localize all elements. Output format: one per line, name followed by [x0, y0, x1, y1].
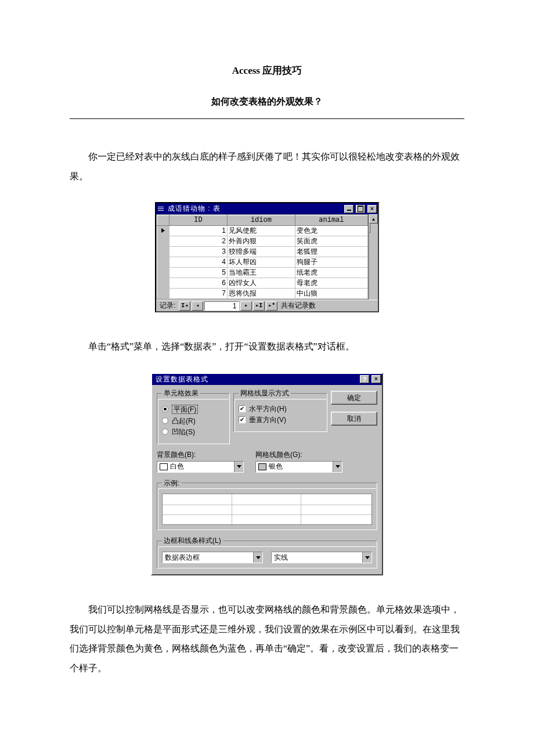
record-navigator: 记录: I◂ ◂ 1 ▸ ▸I ▸* 共有记录数	[156, 300, 378, 311]
grid-color-combo[interactable]: 银色	[255, 461, 342, 473]
vertical-scrollbar[interactable]: ▲	[369, 214, 378, 300]
dialog-titlebar[interactable]: 设置数据表格式 ? ×	[152, 374, 382, 385]
scroll-up-icon[interactable]: ▲	[369, 214, 378, 224]
divider	[70, 118, 464, 119]
radio-icon	[162, 429, 168, 435]
close-button[interactable]: ×	[367, 205, 377, 213]
datasheet-grid[interactable]: ID idiom animal 1 见风使舵 变色龙 2	[156, 214, 369, 300]
color-swatch-icon	[160, 463, 168, 470]
dropdown-icon[interactable]	[234, 462, 243, 472]
grid-color-label: 网格线颜色(G):	[255, 450, 342, 460]
nav-first-button[interactable]: I◂	[179, 301, 190, 311]
col-header-idiom[interactable]: idiom	[227, 215, 295, 226]
col-header-animal[interactable]: animal	[295, 215, 367, 226]
check-horizontal[interactable]: 水平方向(H)	[239, 405, 322, 413]
paragraph-2: 单击“格式”菜单，选择“数据表”，打开“设置数据表格式”对话框。	[70, 337, 464, 357]
paragraph-1: 你一定已经对表中的灰线白底的样子感到厌倦了吧！其实你可以很轻松地改变表格的外观效…	[70, 147, 464, 186]
table-row[interactable]: 3 狡猾多端 老狐狸	[157, 247, 368, 257]
border-legend: 边框和线条样式(L)	[162, 536, 223, 546]
border-part-combo[interactable]: 数据表边框	[162, 552, 263, 563]
dialog-title: 设置数据表格式	[153, 375, 358, 384]
checkbox-icon	[239, 416, 246, 423]
format-dialog: 设置数据表格式 ? × 单元格效果 平面(F)	[151, 373, 383, 575]
table-row[interactable]: 1 见风使舵 变色龙	[157, 226, 368, 236]
nav-new-button[interactable]: ▸*	[266, 301, 277, 311]
border-style-group: 边框和线条样式(L) 数据表边框 实线	[157, 536, 377, 568]
radio-icon	[162, 417, 168, 424]
sample-group: 示例:	[157, 478, 377, 531]
scroll-down-icon[interactable]	[369, 224, 370, 233]
table-row[interactable]: 7 恩将仇报 中山狼	[157, 289, 368, 299]
nav-current-input[interactable]: 1	[204, 301, 239, 311]
cell-effect-group: 单元格效果 平面(F) 凸起(R) 凹陷(S)	[157, 388, 230, 444]
bg-color-combo[interactable]: 白色	[157, 461, 244, 473]
line-style-combo[interactable]: 实线	[271, 552, 372, 563]
window-titlebar[interactable]: 成语猜动物 : 表 ×	[156, 203, 378, 214]
grid-show-group: 网格线显示方式 水平方向(H) 垂直方向(V)	[233, 388, 327, 432]
ok-button[interactable]: 确定	[331, 391, 377, 405]
dropdown-icon[interactable]	[333, 462, 342, 472]
doc-subtitle: 如何改变表格的外观效果？	[70, 95, 464, 108]
radio-sunken[interactable]: 凹陷(S)	[162, 428, 225, 436]
window-title: 成语猜动物 : 表	[168, 204, 342, 214]
dropdown-icon[interactable]	[362, 552, 371, 563]
cell-effect-legend: 单元格效果	[162, 388, 200, 398]
bg-color-label: 背景颜色(B):	[157, 450, 244, 460]
col-header-id[interactable]: ID	[169, 215, 227, 226]
table-icon	[157, 206, 165, 213]
dialog-close-button[interactable]: ×	[371, 375, 381, 383]
nav-last-button[interactable]: ▸I	[253, 301, 265, 311]
table-row[interactable]: 2 外善内狠 笑面虎	[157, 236, 368, 247]
nav-total: 共有记录数	[279, 301, 318, 311]
sample-preview	[162, 494, 372, 525]
row-selector-header[interactable]	[157, 215, 169, 226]
radio-flat[interactable]: 平面(F)	[162, 405, 225, 414]
help-button[interactable]: ?	[360, 375, 369, 383]
check-vertical[interactable]: 垂直方向(V)	[239, 416, 322, 424]
maximize-button[interactable]	[356, 205, 365, 213]
minimize-button[interactable]	[344, 205, 353, 213]
table-row[interactable]: 5 当地霸王 纸老虎	[157, 268, 368, 278]
radio-raised[interactable]: 凸起(R)	[162, 417, 225, 425]
nav-prev-button[interactable]: ◂	[192, 301, 203, 311]
sample-legend: 示例:	[162, 478, 181, 488]
table-row[interactable]: 4 坏人帮凶 狗腿子	[157, 257, 368, 268]
current-row-icon	[161, 228, 165, 233]
radio-icon	[162, 406, 168, 412]
nav-next-button[interactable]: ▸	[240, 301, 252, 311]
grid-show-legend: 网格线显示方式	[239, 388, 291, 398]
checkbox-icon	[239, 405, 246, 412]
nav-label: 记录:	[157, 301, 178, 311]
cancel-button[interactable]: 取消	[331, 412, 377, 426]
datasheet-window: 成语猜动物 : 表 × ID idiom animal	[155, 202, 379, 312]
dropdown-icon[interactable]	[253, 552, 262, 563]
paragraph-3: 我们可以控制网格线是否显示，也可以改变网格线的颜色和背景颜色。单元格效果选项中，…	[70, 600, 464, 678]
doc-title: Access 应用技巧	[70, 64, 464, 78]
table-row[interactable]: 6 凶悍女人 母老虎	[157, 278, 368, 289]
color-swatch-icon	[258, 463, 266, 470]
